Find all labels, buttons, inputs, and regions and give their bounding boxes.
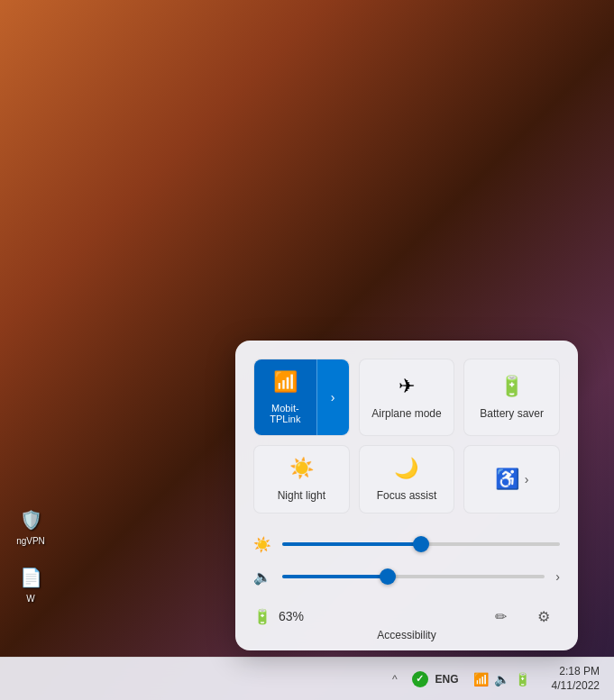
brightness-track: [282, 542, 560, 546]
focus-assist-tile[interactable]: 🌙 Focus assist: [359, 445, 455, 514]
focus-icon: 🌙: [394, 457, 418, 480]
edit-button[interactable]: ✏: [484, 600, 517, 632]
settings-button[interactable]: ⚙: [527, 600, 560, 632]
taskbar-time-label: 2:18 PM: [559, 665, 600, 679]
battery-info: 🔋 63%: [253, 608, 304, 625]
panel-bottom-bar: 🔋 63% ✏ ⚙: [253, 600, 560, 632]
taskbar-right-area: ^ ✓ ENG 📶 🔈 🔋 2:18 PM 4/11/2022: [385, 661, 607, 696]
volume-track: [282, 575, 545, 578]
wifi-tile-toggle[interactable]: 📶 Mobit-TPLink: [254, 359, 316, 435]
language-indicator[interactable]: ENG: [435, 673, 459, 686]
edit-icon: ✏: [495, 608, 507, 625]
airplane-tile-label: Airplane mode: [371, 407, 441, 420]
vpn-icon: 🛡️: [16, 505, 45, 534]
vpn-status-dot: ✓: [412, 671, 428, 687]
brightness-fill: [282, 542, 421, 546]
airplane-icon: ✈: [399, 375, 415, 398]
desktop-icon-vpn[interactable]: 🛡️ ngVPN: [9, 498, 52, 552]
wifi-icon: 📶: [273, 370, 298, 394]
tray-expand-icon[interactable]: ^: [392, 673, 398, 686]
taskbar-battery-icon: 🔋: [515, 672, 530, 686]
w-icon-label: W: [26, 594, 34, 604]
volume-expand-arrow[interactable]: ›: [555, 569, 560, 584]
battery-inline-icon: 🔋: [253, 608, 271, 625]
accessibility-icon: ♿: [495, 468, 519, 491]
brightness-icon: ☀️: [253, 536, 271, 553]
accessibility-expand-icon: ›: [525, 472, 529, 486]
accessibility-tile[interactable]: ♿ › Accessibility: [463, 445, 560, 514]
taskbar-volume-icon: 🔈: [494, 672, 509, 686]
taskbar: ^ ✓ ENG 📶 🔈 🔋 2:18 PM 4/11/2022: [0, 657, 614, 700]
volume-fill: [282, 575, 388, 578]
volume-thumb[interactable]: [380, 568, 396, 585]
wifi-tile: 📶 Mobit-TPLink ›: [253, 359, 350, 436]
brightness-slider[interactable]: [282, 535, 560, 553]
taskbar-date-label: 4/11/2022: [552, 679, 600, 694]
volume-slider[interactable]: [282, 568, 545, 586]
taskbar-system-quick-settings[interactable]: 📶 🔈 🔋: [466, 668, 537, 690]
airplane-mode-tile[interactable]: ✈ Airplane mode: [359, 359, 455, 436]
quick-tiles-grid: 📶 Mobit-TPLink › ✈ Airplane mode 🔋 Batte…: [253, 359, 560, 514]
battery-saver-icon: 🔋: [499, 375, 524, 398]
accessibility-tile-label: Accessibility: [377, 629, 435, 641]
focus-tile-label: Focus assist: [377, 489, 437, 502]
desktop-icons-area: 🛡️ ngVPN 📄 W: [9, 498, 52, 610]
vpn-icon-label: ngVPN: [16, 536, 45, 546]
battery-saver-tile[interactable]: 🔋 Battery saver: [463, 359, 560, 436]
brightness-thumb[interactable]: [413, 536, 429, 552]
settings-icon: ⚙: [537, 608, 550, 625]
battery-percent-label: 63%: [279, 609, 304, 623]
wifi-expand-icon: ›: [331, 390, 335, 405]
panel-action-buttons: ✏ ⚙: [484, 600, 560, 632]
volume-icon: 🔈: [253, 568, 271, 586]
brightness-slider-row: ☀️: [253, 535, 560, 553]
volume-slider-row: 🔈 ›: [253, 568, 560, 586]
night-light-tile[interactable]: ☀️ Night light: [253, 445, 350, 514]
night-light-icon: ☀️: [289, 457, 314, 480]
taskbar-tray-icons[interactable]: ^: [385, 669, 405, 689]
quick-settings-panel: 📶 Mobit-TPLink › ✈ Airplane mode 🔋 Batte…: [235, 341, 578, 650]
taskbar-clock[interactable]: 2:18 PM 4/11/2022: [545, 661, 607, 696]
night-light-tile-label: Night light: [278, 489, 325, 502]
wifi-tile-label: Mobit-TPLink: [261, 403, 309, 424]
battery-saver-tile-label: Battery saver: [480, 407, 544, 420]
desktop-icon-w[interactable]: 📄 W: [9, 556, 52, 610]
w-icon: 📄: [16, 563, 45, 592]
wifi-tile-expand[interactable]: ›: [316, 359, 349, 435]
taskbar-wifi-icon: 📶: [473, 672, 489, 686]
